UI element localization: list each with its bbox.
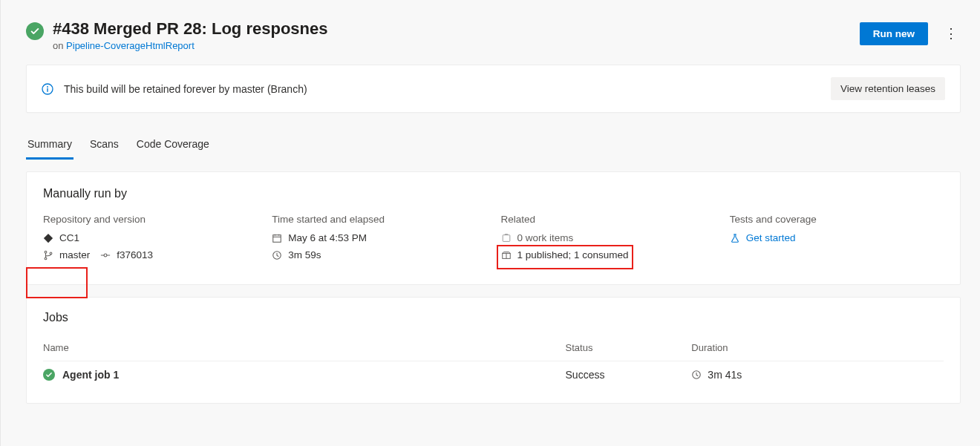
branch-icon bbox=[43, 250, 53, 260]
calendar-icon bbox=[272, 233, 282, 243]
commit-icon bbox=[100, 250, 111, 260]
pipeline-link[interactable]: Pipeline-CoverageHtmlReport bbox=[66, 40, 195, 51]
table-row[interactable]: Agent job 1 Success 3m 41s bbox=[43, 361, 944, 388]
clock-icon bbox=[691, 370, 702, 380]
flask-icon bbox=[730, 233, 740, 243]
jobs-col-name: Name bbox=[43, 342, 566, 353]
work-items[interactable]: 0 work items bbox=[517, 232, 574, 243]
branch-name[interactable]: master bbox=[59, 249, 90, 260]
workitem-icon bbox=[501, 233, 512, 243]
tests-label: Tests and coverage bbox=[730, 214, 944, 225]
svg-point-5 bbox=[50, 252, 52, 255]
more-actions-button[interactable] bbox=[938, 23, 964, 45]
get-started-link[interactable]: Get started bbox=[746, 232, 796, 243]
more-vertical-icon bbox=[944, 31, 958, 36]
svg-point-4 bbox=[45, 258, 47, 260]
clock-icon bbox=[272, 250, 282, 260]
view-retention-leases-button[interactable]: View retention leases bbox=[831, 77, 945, 100]
retention-banner: This build will be retained forever by m… bbox=[26, 65, 961, 113]
time-elapsed: 3m 59s bbox=[288, 249, 321, 260]
tab-code-coverage[interactable]: Code Coverage bbox=[135, 134, 211, 160]
status-success-icon bbox=[26, 22, 44, 40]
svg-point-1 bbox=[47, 86, 48, 88]
job-status: Success bbox=[566, 369, 692, 381]
svg-rect-2 bbox=[47, 88, 48, 92]
summary-card: Manually run by Repository and version C… bbox=[26, 171, 961, 285]
svg-point-6 bbox=[104, 254, 107, 257]
jobs-table-header: Name Status Duration bbox=[43, 335, 944, 361]
retention-message: This build will be retained forever by m… bbox=[64, 83, 307, 95]
repo-label: Repository and version bbox=[43, 214, 257, 225]
tab-scans[interactable]: Scans bbox=[88, 134, 120, 160]
info-icon bbox=[42, 83, 53, 95]
time-label: Time started and elapsed bbox=[272, 214, 486, 225]
jobs-col-status: Status bbox=[566, 342, 692, 353]
commit-hash[interactable]: f376013 bbox=[117, 249, 153, 260]
job-name: Agent job 1 bbox=[62, 369, 119, 381]
jobs-card: Jobs Name Status Duration Agent job 1 Su… bbox=[26, 297, 961, 404]
job-status-success-icon bbox=[43, 369, 55, 381]
tabs: Summary Scans Code Coverage bbox=[26, 134, 980, 160]
jobs-col-duration: Duration bbox=[691, 342, 944, 353]
run-title: #438 Merged PR 28: Log resposnes bbox=[53, 19, 327, 39]
jobs-heading: Jobs bbox=[43, 311, 944, 324]
svg-rect-9 bbox=[503, 235, 510, 242]
pipeline-subtitle: on Pipeline-CoverageHtmlReport bbox=[53, 40, 327, 51]
related-label: Related bbox=[501, 214, 715, 225]
repo-name[interactable]: CC1 bbox=[59, 232, 79, 243]
job-duration: 3m 41s bbox=[708, 369, 742, 381]
repo-icon bbox=[43, 233, 53, 243]
time-started: May 6 at 4:53 PM bbox=[288, 232, 367, 243]
svg-rect-7 bbox=[273, 235, 281, 243]
svg-point-3 bbox=[45, 251, 47, 253]
highlight-artifacts bbox=[497, 245, 633, 269]
summary-heading: Manually run by bbox=[43, 187, 944, 200]
tab-summary[interactable]: Summary bbox=[26, 134, 74, 160]
run-new-button[interactable]: Run new bbox=[860, 22, 928, 45]
